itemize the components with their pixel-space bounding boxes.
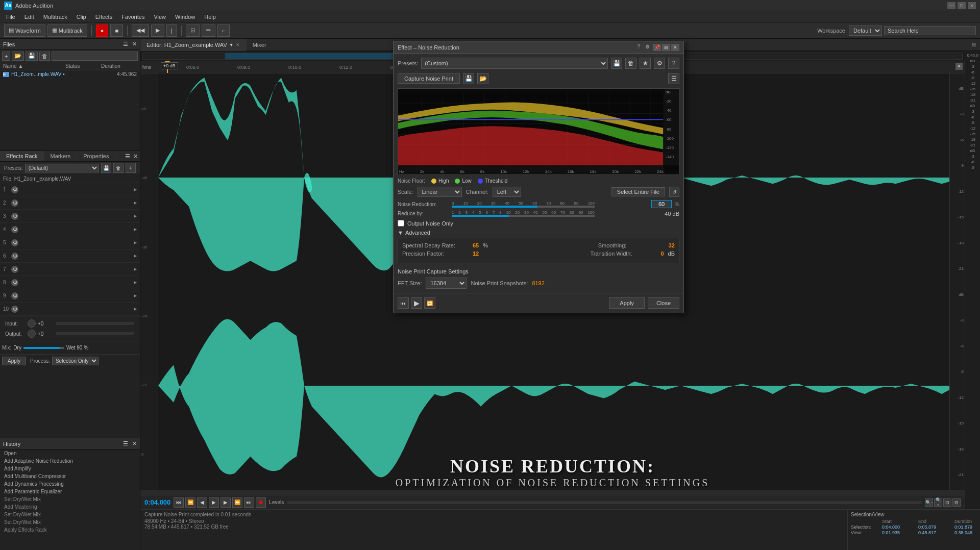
menu-edit[interactable]: Edit (20, 13, 38, 21)
transport-record[interactable]: ⏺ (256, 497, 266, 508)
history-add-adaptive[interactable]: Add Adaptive Noise Reduction (0, 457, 140, 465)
history-set-dry-wet-2[interactable]: Set Dry/Wet Mix (0, 511, 140, 518)
record-btn[interactable]: ● (96, 24, 109, 37)
transport-fwd-end[interactable]: ⏭ (244, 497, 254, 508)
presets-dlg-select[interactable]: (Custom) (421, 58, 608, 69)
presets-select[interactable]: (Default) (25, 164, 99, 172)
stop-btn[interactable]: ■ (110, 24, 123, 37)
back-btn[interactable]: ◀◀ (132, 24, 149, 37)
menu-file[interactable]: File (2, 13, 19, 21)
effect-slot-10[interactable]: 10⏻▶ (0, 303, 140, 316)
effect-slot-8[interactable]: 8⏻▶ (0, 276, 140, 289)
footer-play-btn[interactable]: ▶ (411, 297, 422, 309)
slot-expand-2[interactable]: ▶ (134, 201, 137, 205)
effect-slot-6[interactable]: 6⏻▶ (0, 249, 140, 263)
slot-expand-3[interactable]: ▶ (134, 214, 137, 218)
tab-properties[interactable]: Properties (77, 151, 115, 161)
cursor-btn[interactable]: | (166, 24, 177, 37)
slot-power-10[interactable]: ⏻ (11, 306, 18, 313)
history-set-dry-wet-1[interactable]: Set Dry/Wet Mix (0, 495, 140, 503)
preset-star-btn[interactable]: ★ (640, 58, 651, 69)
preset-help-dlg-btn[interactable]: ? (668, 58, 679, 69)
transport-prev[interactable]: ◀ (197, 497, 207, 508)
effects-menu-icon[interactable]: ☰ (125, 153, 130, 160)
editor-tab-close[interactable]: ✕ (236, 42, 240, 47)
maximize-btn[interactable]: □ (958, 2, 966, 9)
footer-loop-btn[interactable]: 🔁 (424, 297, 435, 309)
slot-expand-4[interactable]: ▶ (134, 227, 137, 232)
effect-slot-1[interactable]: 1⏻▶ (0, 183, 140, 196)
menu-help[interactable]: Help (200, 13, 220, 21)
input-knob[interactable] (28, 319, 36, 328)
slot-power-9[interactable]: ⏻ (11, 292, 18, 299)
dialog-close-btn[interactable]: Close (648, 297, 679, 309)
menu-effects[interactable]: Effects (91, 13, 116, 21)
open-file-btn[interactable]: 📂 (12, 52, 24, 61)
reduce-by-slider[interactable] (452, 215, 595, 217)
effect-slot-4[interactable]: 4⏻▶ (0, 223, 140, 236)
select-btn[interactable]: ⊡ (186, 24, 200, 37)
slot-power-4[interactable]: ⏻ (11, 226, 18, 233)
slot-power-7[interactable]: ⏻ (11, 266, 18, 273)
transport-back[interactable]: ⏪ (185, 497, 195, 508)
history-add-dynamics[interactable]: Add Dynamics Processing (0, 480, 140, 488)
multitrack-btn[interactable]: ▦ Multitrack (47, 24, 87, 37)
files-panel-close-icon[interactable]: ✕ (132, 41, 137, 47)
history-menu-icon[interactable]: ☰ (123, 440, 128, 447)
preset-delete-dlg-btn[interactable]: 🗑 (625, 58, 636, 69)
menu-clip[interactable]: Clip (72, 13, 90, 21)
pencil-btn[interactable]: ✏ (202, 24, 215, 37)
dialog-apply-btn[interactable]: Apply (609, 297, 645, 309)
settings-icon[interactable]: ⚙ (643, 44, 652, 51)
preset-menu-btn[interactable]: + (126, 163, 136, 173)
dialog-list-btn[interactable]: ☰ (668, 73, 679, 84)
noise-reduction-slider[interactable] (452, 206, 595, 208)
history-apply-effects[interactable]: Apply Effects Rack (0, 526, 140, 534)
slot-expand-10[interactable]: ▶ (134, 307, 137, 311)
preset-save-dlg-btn[interactable]: 💾 (611, 58, 622, 69)
dialog-pin-btn[interactable]: 📌 (653, 44, 661, 51)
files-panel-menu-icon[interactable]: ☰ (123, 41, 128, 47)
slot-expand-7[interactable]: ▶ (134, 267, 137, 271)
reset-btn[interactable]: ↺ (669, 187, 679, 197)
fade-btn[interactable]: ⌐ (217, 24, 230, 37)
apply-effects-btn[interactable]: Apply (2, 357, 26, 365)
slot-expand-8[interactable]: ▶ (134, 280, 137, 285)
effect-slot-7[interactable]: 7⏻▶ (0, 263, 140, 276)
output-knob[interactable] (28, 330, 36, 338)
effect-slot-2[interactable]: 2⏻▶ (0, 196, 140, 210)
new-file-btn[interactable]: + (2, 52, 10, 61)
history-add-mastering[interactable]: Add Mastering (0, 503, 140, 511)
close-btn[interactable]: × (968, 2, 976, 9)
fft-select[interactable]: 16384 8192 4096 (426, 278, 467, 289)
editor-expand-icon[interactable]: ⊞ (972, 42, 980, 47)
preset-menu-dlg-btn[interactable]: ⚙ (654, 58, 665, 69)
menu-multitrack[interactable]: Multitrack (39, 13, 71, 21)
history-add-parametric[interactable]: Add Parametric Equalizer (0, 488, 140, 495)
slot-power-6[interactable]: ⏻ (11, 253, 18, 260)
slot-expand-9[interactable]: ▶ (134, 293, 137, 298)
close-controls[interactable]: ✕ (955, 63, 963, 70)
delete-file-btn[interactable]: 🗑 (39, 52, 50, 61)
slot-expand-1[interactable]: ▶ (134, 187, 137, 192)
help-icon[interactable]: ? (635, 44, 642, 51)
channel-select[interactable]: Left Right Both (493, 187, 521, 197)
spectrum-display[interactable]: dB -20 -40 -60 -80 -100 -120 -140 Hz 2k … (398, 88, 679, 175)
tab-effects-rack[interactable]: Effects Rack (0, 151, 44, 161)
slot-expand-6[interactable]: ▶ (134, 254, 137, 258)
effect-slot-9[interactable]: 9⏻▶ (0, 289, 140, 303)
advanced-header[interactable]: ▼ Advanced (398, 230, 679, 236)
zoom-in-btn[interactable]: 🔍+ (934, 498, 942, 507)
history-add-amplify[interactable]: Add Amplify (0, 465, 140, 472)
preset-save-btn[interactable]: 💾 (101, 163, 111, 173)
slot-power-5[interactable]: ⏻ (11, 239, 18, 246)
waveform-btn[interactable]: ▤ Waveform (4, 24, 45, 37)
zoom-fit-btn[interactable]: ⊡ (943, 498, 951, 507)
capture-load-btn[interactable]: 📂 (477, 73, 488, 84)
effect-slot-5[interactable]: 5⏻▶ (0, 236, 140, 249)
workspace-select[interactable]: Default (849, 26, 882, 36)
footer-back-btn[interactable]: ⏮ (398, 297, 409, 309)
mix-slider[interactable] (23, 347, 64, 349)
slot-power-8[interactable]: ⏻ (11, 279, 18, 286)
menu-window[interactable]: Window (171, 13, 199, 21)
